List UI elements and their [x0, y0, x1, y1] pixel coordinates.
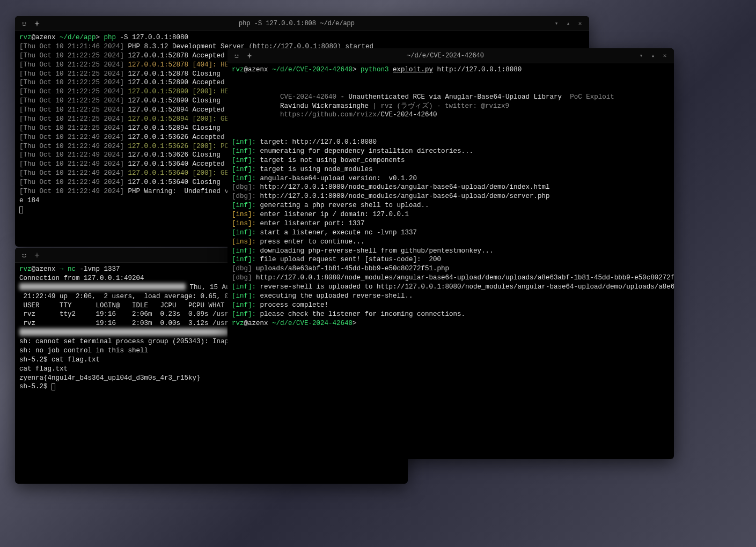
svg-point-1 — [25, 22, 26, 23]
window-title: ~/d/e/CVE-2024-42640 — [254, 52, 636, 60]
svg-point-2 — [23, 254, 24, 255]
minimize-button[interactable]: ▾ — [552, 19, 561, 28]
app-icon — [19, 19, 29, 28]
pin-icon[interactable] — [32, 19, 42, 28]
terminal-cve-exploit[interactable]: ~/d/e/CVE-2024-42640 ▾ ▴ ✕ rvz@azenx ~/d… — [227, 48, 674, 459]
maximize-button[interactable]: ▴ — [563, 19, 573, 28]
app-icon — [19, 250, 29, 260]
pin-icon[interactable] — [245, 51, 254, 61]
titlebar-cve[interactable]: ~/d/e/CVE-2024-42640 ▾ ▴ ✕ — [227, 48, 674, 63]
titlebar-php[interactable]: php -S 127.0.0.1:808 ~/d/e/app ▾ ▴ ✕ — [15, 16, 589, 31]
maximize-button[interactable]: ▴ — [648, 51, 658, 61]
svg-point-5 — [237, 54, 238, 55]
svg-point-3 — [25, 254, 26, 255]
svg-point-0 — [23, 22, 24, 23]
pin-icon[interactable] — [32, 250, 42, 260]
app-icon — [232, 51, 241, 61]
window-title: php -S 127.0.0.1:808 ~/d/e/app — [42, 20, 552, 27]
terminal-body-cve[interactable]: rvz@azenx ~/d/e/CVE-2024-42640> python3 … — [227, 63, 674, 459]
close-button[interactable]: ✕ — [660, 51, 670, 61]
svg-point-4 — [235, 54, 236, 55]
minimize-button[interactable]: ▾ — [636, 51, 646, 61]
close-button[interactable]: ✕ — [575, 19, 585, 28]
